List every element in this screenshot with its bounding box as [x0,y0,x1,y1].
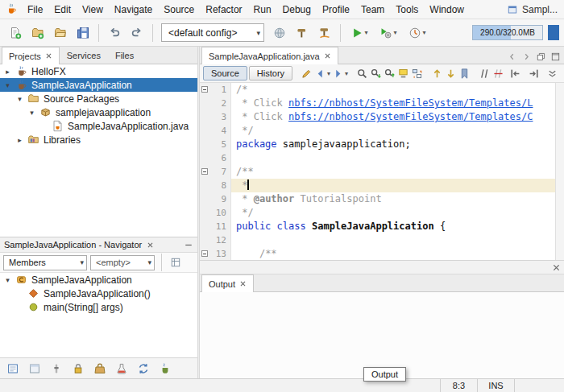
find-selection-icon[interactable] [356,64,368,82]
previous-bookmark-icon[interactable] [431,64,443,82]
tab-samplejavaapplication-java[interactable]: SampleJavaApplication.java [201,47,338,64]
dropdown-arrow-icon[interactable]: ▾ [393,29,396,36]
tree-item[interactable]: SampleJavaApplication() [0,287,197,300]
dropdown-arrow-icon[interactable]: ▾ [422,29,425,36]
deploy-icon[interactable] [269,23,290,43]
view-button-history[interactable]: History [249,66,292,80]
config-combobox[interactable]: <default config>▾ [161,23,264,42]
code-line[interactable]: 6 [200,151,564,165]
close-icon[interactable] [324,52,331,60]
menu-item-refactor[interactable]: Refactor [200,2,247,17]
code-line[interactable]: 8 * [200,179,564,192]
bag-icon[interactable] [90,360,110,378]
run-project-icon[interactable]: ▾ [346,23,373,43]
expander-icon[interactable]: ▾ [15,95,24,103]
chevron-right-icon[interactable] [519,49,533,64]
menu-item-view[interactable]: View [77,2,109,17]
code-line[interactable]: 2 * Click nbfs://nbhost/SystemFileSystem… [200,97,564,110]
slider-icon[interactable] [47,360,66,378]
menu-item-team[interactable]: Team [355,2,390,17]
code-line[interactable]: 9 * @author Tutorialspoint [200,192,564,206]
gc-button[interactable] [548,25,559,40]
undo-icon[interactable] [104,23,125,43]
code-line[interactable]: 10 */ [200,206,564,220]
dropdown-arrow-icon[interactable]: ▾ [345,70,348,77]
open-project-icon[interactable] [50,23,71,43]
dropdown-arrow-icon[interactable]: ▾ [364,29,367,36]
code-line[interactable]: 1/* [200,83,564,97]
menu-item-navigate[interactable]: Navigate [109,2,158,17]
fold-collapse-icon[interactable] [200,247,210,261]
shift-right-icon[interactable] [525,64,542,82]
tab-services[interactable]: Services [60,47,108,64]
tab-output[interactable]: Output [201,274,254,292]
code-line[interactable]: 4 */ [200,124,564,138]
code-line[interactable]: 7/** [200,165,564,179]
find-next-icon[interactable] [370,64,382,82]
expander-icon[interactable]: ▾ [3,81,12,89]
tab-files[interactable]: Files [108,47,141,64]
java-shortcut-icon[interactable] [156,360,175,378]
tree-item[interactable]: ▾Source Packages [0,92,197,105]
new-file-icon[interactable] [5,23,26,43]
collapse-expand-icon[interactable] [543,64,561,82]
last-edited-icon[interactable] [301,64,313,82]
output-body[interactable] [200,292,564,378]
code-line[interactable]: 13 /** [200,247,564,261]
code-line[interactable]: 11public class SampleJavaApplication { [200,220,564,233]
expander-icon[interactable]: ▾ [27,109,36,117]
fold-collapse-icon[interactable] [200,83,210,97]
toggle-bookmark-icon[interactable] [458,64,471,82]
form-editor-icon[interactable] [25,360,44,378]
menu-item-file[interactable]: File [22,2,48,17]
back-icon[interactable]: ▾ [314,64,330,82]
shift-left-icon[interactable] [506,64,524,82]
menu-item-run[interactable]: Run [248,2,277,17]
lock-icon[interactable] [68,360,88,378]
replace-icon[interactable] [411,64,423,82]
menu-item-profile[interactable]: Profile [317,2,355,17]
forward-icon[interactable]: ▾ [332,64,348,82]
expander-icon[interactable]: ▾ [3,276,12,284]
menu-item-window[interactable]: Window [424,2,470,17]
clean-build-icon[interactable] [314,23,335,43]
find-previous-icon[interactable] [384,64,396,82]
redo-icon[interactable] [126,23,147,43]
show-inherited-icon[interactable] [170,257,181,268]
toggle-highlight-icon[interactable] [397,64,409,82]
dropdown-arrow-icon[interactable]: ▾ [327,70,330,77]
code-line[interactable]: 3 * Click nbfs://nbhost/SystemFileSystem… [200,110,564,124]
profile-project-icon[interactable]: ▾ [404,23,431,43]
tree-item[interactable]: ▸Libraries [0,133,197,146]
navigator-filter-combobox[interactable]: Members ▾ [3,255,87,270]
close-icon[interactable] [147,241,154,249]
fold-collapse-icon[interactable] [200,165,210,179]
close-icon[interactable] [552,263,561,272]
navigator-inspect-combobox[interactable]: <empty> ▾ [90,255,155,270]
tree-item[interactable]: main(String[] args) [0,300,197,314]
maximize-window-icon[interactable] [548,49,562,64]
minimize-window-icon[interactable] [184,240,193,250]
tab-projects[interactable]: Projects [2,47,60,64]
debug-project-icon[interactable]: ▾ [375,23,402,43]
view-button-source[interactable]: Source [203,66,247,80]
error-stripe[interactable] [555,83,564,260]
menu-item-debug[interactable]: Debug [277,2,317,17]
close-icon[interactable] [45,52,52,60]
tree-item[interactable]: ▾SampleJavaApplication [0,273,197,287]
memory-indicator[interactable]: 290.0/320.0MB [472,25,543,40]
sync-icon[interactable] [134,360,153,378]
tree-item[interactable]: ▾SampleJavaApplication [0,78,197,92]
uncomment-icon[interactable] [492,64,504,82]
tree-item[interactable]: SampleJavaApplication.java [0,119,197,133]
expander-icon[interactable]: ▸ [3,68,12,76]
code-line[interactable]: 12 [200,233,564,247]
code-editor[interactable]: 1/*2 * Click nbfs://nbhost/SystemFileSys… [200,83,564,261]
expander-icon[interactable]: ▸ [15,136,24,144]
menu-item-tools[interactable]: Tools [390,2,424,17]
comment-icon[interactable] [479,64,491,82]
menu-item-edit[interactable]: Edit [48,2,77,17]
beaker-icon[interactable] [112,360,131,378]
close-icon[interactable] [239,280,247,287]
next-bookmark-icon[interactable] [445,64,457,82]
